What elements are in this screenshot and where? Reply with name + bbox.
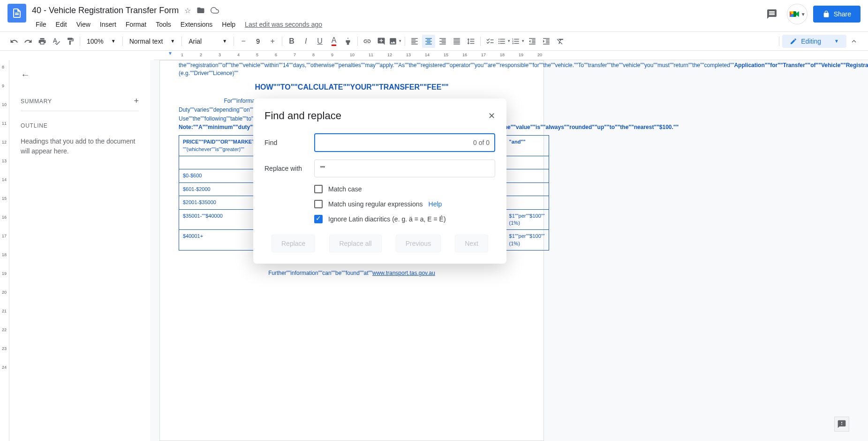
regex-label: Match using regular expressions [328, 200, 423, 208]
find-replace-dialog: Find and replace ✕ Find 0 of 0 Replace w… [253, 99, 506, 264]
header-main: 40 - Vehicle Registration Transfer Form … [32, 4, 762, 31]
replace-input[interactable] [314, 160, 495, 177]
next-button[interactable]: Next [455, 235, 488, 252]
indent-decrease-button[interactable] [526, 35, 539, 48]
back-arrow-icon[interactable]: ← [21, 69, 139, 80]
share-button[interactable]: Share [813, 6, 860, 23]
format-paint-button[interactable] [64, 35, 77, 48]
line-spacing-button[interactable] [464, 35, 477, 48]
menu-bar: File Edit View Insert Format Tools Exten… [32, 18, 762, 31]
menu-file[interactable]: File [32, 19, 50, 30]
bold-button[interactable]: B [285, 35, 298, 48]
comments-icon[interactable] [762, 5, 781, 23]
outline-sidebar: ← SUMMARY + OUTLINE Headings that you ad… [9, 60, 150, 441]
menu-view[interactable]: View [73, 19, 94, 30]
image-button[interactable]: ▼ [389, 35, 402, 48]
close-icon[interactable]: ✕ [488, 111, 495, 121]
help-link[interactable]: Help [429, 200, 442, 208]
document-title[interactable]: 40 - Vehicle Registration Transfer Form [32, 6, 179, 15]
comment-button[interactable] [375, 35, 388, 48]
font-size-input[interactable] [251, 38, 265, 45]
numbered-list-button[interactable]: ▼ [512, 35, 525, 48]
replace-label: Replace with [264, 165, 307, 172]
replace-button[interactable]: Replace [272, 235, 315, 252]
menu-format[interactable]: Format [122, 19, 150, 30]
docs-logo-icon[interactable] [8, 4, 26, 23]
zoom-select[interactable]: 100% ▼ [83, 36, 120, 47]
outline-heading: OUTLINE [21, 122, 139, 129]
outline-hint: Headings that you add to the document wi… [21, 137, 139, 156]
checklist-button[interactable] [483, 35, 497, 48]
previous-button[interactable]: Previous [396, 235, 441, 252]
menu-extensions[interactable]: Extensions [177, 19, 216, 30]
redo-button[interactable] [22, 35, 35, 48]
link-button[interactable] [361, 35, 374, 48]
explore-button[interactable] [834, 417, 849, 432]
share-label: Share [834, 10, 851, 18]
align-center-button[interactable] [422, 35, 435, 48]
editing-mode-button[interactable]: Editing ▼ [782, 35, 846, 48]
app-header: 40 - Vehicle Registration Transfer Form … [0, 0, 868, 32]
indent-marker-icon[interactable]: ▼ [168, 51, 173, 56]
align-justify-button[interactable] [450, 35, 463, 48]
replace-all-button[interactable]: Replace all [329, 235, 381, 252]
meet-button[interactable]: ▼ [787, 4, 808, 24]
summary-heading: SUMMARY [21, 98, 52, 105]
vertical-ruler[interactable]: 8 9 10 11 12 13 14 15 16 17 18 19 20 21 … [0, 60, 9, 441]
diacritics-label: Ignore Latin diacritics (e. g. ä = a, E … [328, 215, 446, 223]
collapse-button[interactable] [847, 35, 860, 48]
menu-edit[interactable]: Edit [52, 19, 71, 30]
highlight-button[interactable] [341, 35, 355, 48]
footer-link[interactable]: www.transport.tas.gov.au [372, 270, 435, 276]
menu-tools[interactable]: Tools [152, 19, 175, 30]
font-select[interactable]: Arial ▼ [185, 36, 231, 47]
regex-checkbox[interactable] [314, 200, 323, 208]
find-label: Find [264, 139, 307, 146]
align-left-button[interactable] [408, 35, 421, 48]
underline-button[interactable]: U [313, 35, 326, 48]
dialog-title: Find and replace [264, 110, 341, 122]
find-input[interactable] [314, 133, 495, 152]
menu-insert[interactable]: Insert [96, 19, 120, 30]
style-select[interactable]: Normal text ▼ [126, 36, 179, 47]
font-increase-button[interactable]: + [266, 35, 279, 48]
match-case-checkbox[interactable] [314, 185, 323, 193]
italic-button[interactable]: I [299, 35, 312, 48]
cloud-icon[interactable] [211, 6, 219, 15]
align-right-button[interactable] [436, 35, 449, 48]
diacritics-checkbox[interactable] [314, 215, 323, 223]
move-icon[interactable] [196, 6, 205, 15]
font-decrease-button[interactable]: − [237, 35, 250, 48]
indent-increase-button[interactable] [540, 35, 553, 48]
editing-label: Editing [801, 38, 821, 45]
add-summary-button[interactable]: + [134, 96, 139, 106]
undo-button[interactable] [8, 35, 21, 48]
last-edit-link[interactable]: Last edit was seconds ago [245, 21, 322, 28]
spellcheck-button[interactable] [50, 35, 63, 48]
toolbar: 100% ▼ Normal text ▼ Arial ▼ − + B I U A… [0, 32, 868, 51]
text-color-button[interactable]: A [327, 35, 340, 48]
menu-help[interactable]: Help [218, 19, 239, 30]
horizontal-ruler[interactable]: ▼ 1 2 3 4 5 6 7 8 9 10 11 12 13 14 15 16… [154, 51, 868, 60]
bullet-list-button[interactable]: ▼ [498, 35, 511, 48]
print-button[interactable] [36, 35, 49, 48]
clear-format-button[interactable] [554, 35, 567, 48]
doc-heading: HOW""TO""CALCULATE""YOUR""TRANSFER""FEE"… [179, 82, 525, 92]
match-case-label: Match case [328, 185, 362, 193]
find-count: 0 of 0 [473, 139, 490, 146]
star-icon[interactable]: ☆ [184, 6, 191, 15]
